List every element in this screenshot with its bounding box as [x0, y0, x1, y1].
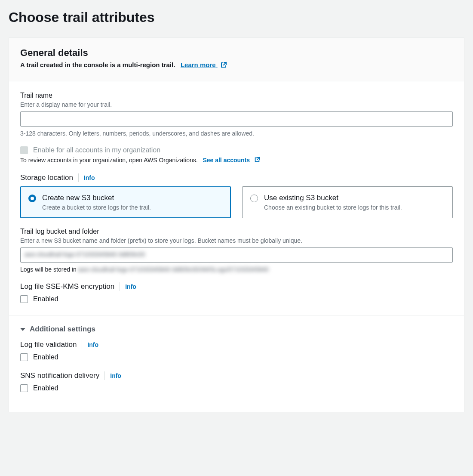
org-enable-label: Enable for all accounts in my organizati…	[33, 146, 160, 154]
general-heading: General details	[20, 47, 453, 59]
stored-in-prefix: Logs will be stored in	[20, 266, 78, 273]
validation-label: Log file validation	[20, 340, 77, 349]
use-existing-title: Use existing S3 bucket	[264, 194, 402, 202]
sns-enabled-checkbox[interactable]	[20, 384, 28, 392]
bucket-name-input[interactable]	[20, 247, 453, 263]
validation-info-link[interactable]: Info	[87, 341, 98, 348]
sns-enabled-label: Enabled	[33, 384, 58, 392]
divider	[78, 173, 79, 182]
org-enable-checkbox-row: Enable for all accounts in my organizati…	[20, 146, 453, 154]
create-new-title: Create new S3 bucket	[42, 194, 151, 202]
bucket-field: Trail log bucket and folder Enter a new …	[20, 228, 453, 273]
trail-name-hint: Enter a display name for your trail.	[20, 101, 453, 108]
divider	[120, 282, 120, 291]
trail-name-field: Trail name Enter a display name for your…	[20, 92, 453, 137]
kms-enabled-checkbox[interactable]	[20, 295, 28, 303]
kms-enabled-label: Enabled	[33, 295, 58, 303]
bucket-hint: Enter a new S3 bucket name and folder (p…	[20, 237, 453, 244]
use-existing-bucket-tile[interactable]: Use existing S3 bucket Choose an existin…	[242, 186, 453, 218]
sns-info-link[interactable]: Info	[110, 372, 121, 379]
panel-header: General details A trail created in the c…	[9, 38, 464, 81]
see-all-accounts-link[interactable]: See all accounts	[203, 157, 252, 164]
storage-location-label: Storage location	[20, 173, 73, 182]
general-details-panel: General details A trail created in the c…	[9, 37, 464, 412]
stored-in-blurred: aws-cloudtrail-logs-071033345840-3d809c0…	[78, 266, 269, 273]
org-enable-checkbox	[20, 146, 28, 154]
storage-info-link[interactable]: Info	[84, 174, 95, 181]
trail-name-constraint: 3-128 characters. Only letters, numbers,…	[20, 130, 453, 137]
additional-settings-title: Additional settings	[30, 325, 95, 334]
validation-enabled-label: Enabled	[33, 353, 58, 361]
bucket-label: Trail log bucket and folder	[20, 228, 453, 235]
sns-label: SNS notification delivery	[20, 371, 99, 380]
page-title: Choose trail attributes	[9, 9, 464, 25]
create-new-desc: Create a bucket to store logs for the tr…	[42, 204, 151, 211]
trail-name-input[interactable]	[20, 111, 453, 127]
additional-settings-expander[interactable]: Additional settings	[20, 325, 453, 334]
use-existing-desc: Choose an existing bucket to store logs …	[264, 204, 402, 211]
radio-selected-icon	[28, 195, 36, 202]
kms-label: Log file SSE-KMS encryption	[20, 282, 114, 291]
learn-more-link[interactable]: Learn more	[181, 61, 218, 68]
general-subtext: A trail created in the console is a mult…	[20, 61, 175, 68]
validation-enabled-checkbox[interactable]	[20, 353, 28, 361]
divider	[82, 340, 82, 349]
org-hint: To review accounts in your organization,…	[20, 157, 198, 164]
create-new-bucket-tile[interactable]: Create new S3 bucket Create a bucket to …	[20, 186, 231, 218]
caret-down-icon	[20, 328, 25, 331]
divider	[104, 371, 105, 380]
kms-info-link[interactable]: Info	[125, 283, 136, 290]
trail-name-label: Trail name	[20, 92, 453, 99]
external-link-icon	[254, 157, 260, 164]
radio-unselected-icon	[250, 195, 258, 202]
external-link-icon	[220, 62, 227, 70]
